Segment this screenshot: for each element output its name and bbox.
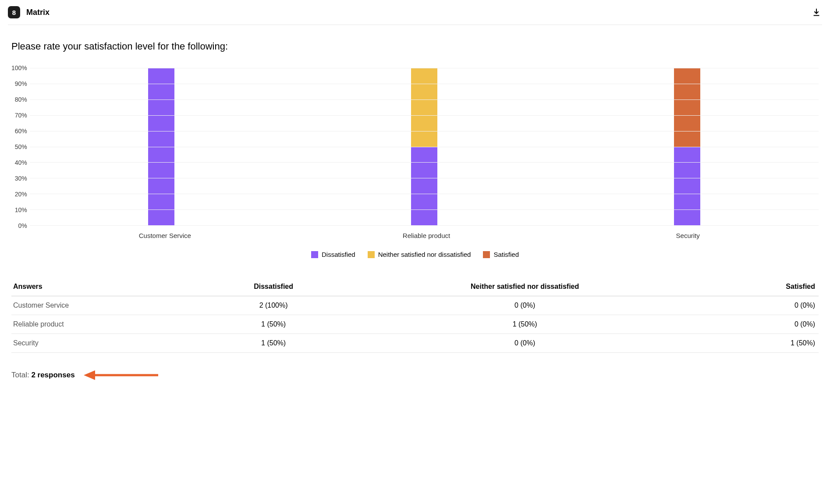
chart-gridline — [30, 68, 819, 68]
legend-label: Neither satisfied nor dissatisfied — [378, 251, 471, 258]
chart-gridline — [30, 115, 819, 116]
table-cell: 1 (50%) — [204, 315, 343, 334]
table-row: Reliable product1 (50%)1 (50%)0 (0%) — [11, 315, 819, 334]
total-label: Total: — [11, 371, 29, 379]
table-cell: 0 (0%) — [706, 315, 819, 334]
chart-legend: DissatisfiedNeither satisfied nor dissat… — [11, 251, 819, 258]
question-title: Please rate your satisfaction level for … — [11, 41, 819, 52]
table-header-row: AnswersDissatisfiedNeither satisfied nor… — [11, 277, 819, 296]
table-cell: 0 (0%) — [343, 296, 706, 315]
table-header-cell: Answers — [11, 277, 204, 296]
table-body: Customer Service2 (100%)0 (0%)0 (0%)Reli… — [11, 296, 819, 353]
question-header: 8 Matrix — [8, 6, 822, 25]
table-cell: 1 (50%) — [706, 334, 819, 353]
stacked-bar-chart: 100%90%80%70%60%50%40%30%20%10%0% — [11, 68, 819, 226]
x-axis-label: Reliable product — [296, 232, 557, 239]
table-row-label: Reliable product — [11, 315, 204, 334]
legend-item: Neither satisfied nor dissatisfied — [368, 251, 471, 258]
bar-segment — [411, 147, 437, 226]
annotation-arrow-icon — [84, 369, 158, 382]
chart-plot-area — [30, 68, 819, 226]
bar-segment — [674, 147, 700, 226]
table-row-label: Security — [11, 334, 204, 353]
table-header-cell: Neither satisfied nor dissatisfied — [343, 277, 706, 296]
table-cell: 0 (0%) — [343, 334, 706, 353]
question-number-badge: 8 — [8, 6, 20, 18]
download-icon[interactable] — [811, 7, 822, 18]
chart-gridline — [30, 194, 819, 194]
legend-swatch — [368, 251, 375, 258]
bar-segment — [674, 68, 700, 147]
table-row-label: Customer Service — [11, 296, 204, 315]
chart-gridline — [30, 99, 819, 100]
answers-table: AnswersDissatisfiedNeither satisfied nor… — [11, 277, 819, 353]
chart-gridline — [30, 147, 819, 147]
table-cell: 1 (50%) — [343, 315, 706, 334]
chart-gridline — [30, 209, 819, 210]
chart-gridline — [30, 84, 819, 84]
x-axis-label: Customer Service — [34, 232, 296, 239]
total-row: Total: 2 responses — [11, 369, 819, 382]
legend-label: Dissatisfied — [322, 251, 355, 258]
svg-marker-1 — [84, 370, 95, 380]
legend-item: Satisfied — [483, 251, 519, 258]
legend-item: Dissatisfied — [311, 251, 355, 258]
question-type-label: Matrix — [26, 8, 50, 17]
table-cell: 1 (50%) — [204, 334, 343, 353]
chart-gridline — [30, 225, 819, 226]
bar-segment — [411, 68, 437, 147]
chart-x-axis: Customer ServiceReliable productSecurity — [34, 232, 819, 239]
chart-gridline — [30, 131, 819, 131]
header-left: 8 Matrix — [8, 6, 50, 18]
legend-swatch — [483, 251, 490, 258]
table-cell: 2 (100%) — [204, 296, 343, 315]
legend-label: Satisfied — [493, 251, 519, 258]
table-cell: 0 (0%) — [706, 296, 819, 315]
chart-gridline — [30, 178, 819, 178]
question-content: Please rate your satisfaction level for … — [8, 25, 822, 382]
table-row: Security1 (50%)0 (0%)1 (50%) — [11, 334, 819, 353]
table-header-cell: Satisfied — [706, 277, 819, 296]
legend-swatch — [311, 251, 318, 258]
total-value: 2 responses — [31, 371, 74, 379]
x-axis-label: Security — [557, 232, 819, 239]
chart-gridline — [30, 162, 819, 163]
chart-y-axis: 100%90%80%70%60%50%40%30%20%10%0% — [11, 68, 27, 226]
table-row: Customer Service2 (100%)0 (0%)0 (0%) — [11, 296, 819, 315]
table-header-cell: Dissatisfied — [204, 277, 343, 296]
